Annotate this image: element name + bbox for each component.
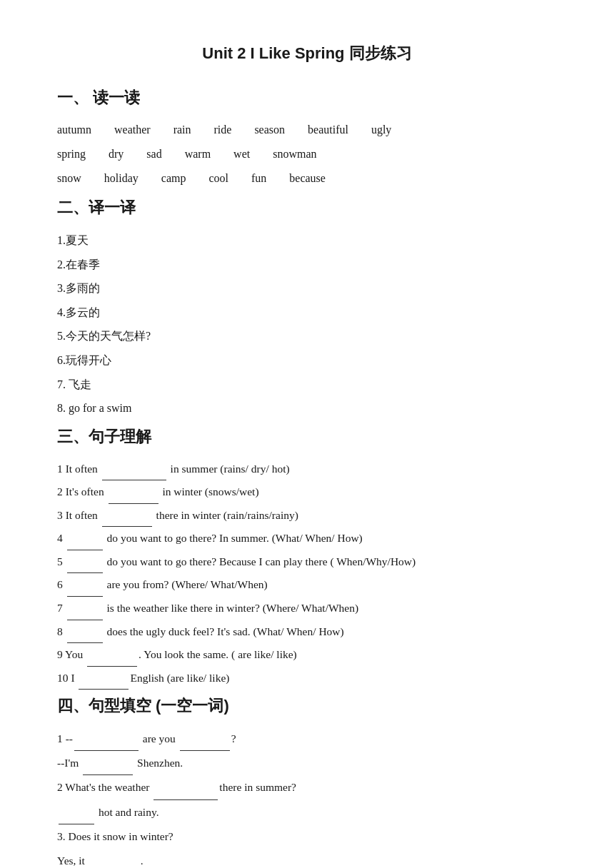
- word-because: because: [289, 167, 326, 190]
- translation-4: 4.多云的: [57, 301, 557, 325]
- word-dry: dry: [109, 143, 124, 166]
- blank-s10: [79, 677, 129, 690]
- section-4-heading: 四、句型填空 (一空一词): [57, 695, 557, 717]
- translation-list: 1.夏天 2.在春季 3.多雨的 4.多云的 5.今天的天气怎样? 6.玩得开心…: [57, 228, 557, 420]
- blank-f1a: [74, 738, 139, 751]
- translation-3: 3.多雨的: [57, 276, 557, 301]
- fill-4: hot and rainy.: [57, 800, 557, 824]
- sentence-9: 9 You . You look the same. ( are like/ l…: [57, 643, 557, 667]
- word-list: autumn weather rain ride season beautifu…: [57, 118, 557, 190]
- word-warm: warm: [185, 143, 211, 166]
- sentence-4: 4 do you want to go there? In summer. (W…: [57, 527, 557, 550]
- blank-f4: [59, 812, 94, 824]
- word-weather: weather: [114, 118, 151, 141]
- translation-8: 8. go for a swim: [57, 396, 557, 420]
- blank-s7: [67, 607, 103, 620]
- word-autumn: autumn: [57, 118, 91, 141]
- fill-list: 1 -- are you ? --I'm Shenzhen. 2 What's …: [57, 727, 557, 868]
- word-snow: snow: [57, 167, 81, 190]
- word-holiday: holiday: [104, 167, 139, 190]
- sentence-8: 8 does the ugly duck feel? It's sad. (Wh…: [57, 620, 557, 644]
- word-snowman: snowman: [273, 143, 316, 166]
- word-ride: ride: [214, 118, 232, 141]
- sentence-3: 3 It often there in winter (rain/rains/r…: [57, 504, 557, 528]
- word-rain: rain: [173, 118, 191, 141]
- sentence-7: 7 is the weather like there in winter? (…: [57, 597, 557, 620]
- fill-3: 2 What's the weather there in summer?: [57, 775, 557, 799]
- word-camp: camp: [161, 167, 186, 190]
- section-4: 四、句型填空 (一空一词) 1 -- are you ? --I'm Shenz…: [57, 695, 557, 868]
- word-row-3: snow holiday camp cool fun because: [57, 167, 557, 190]
- blank-s9: [87, 654, 137, 667]
- translation-2: 2.在春季: [57, 253, 557, 277]
- word-sad: sad: [146, 143, 161, 166]
- section-3: 三、句子理解 1 It often in summer (rains/ dry/…: [57, 426, 557, 690]
- blank-f1b: [180, 738, 230, 751]
- sentence-1: 1 It often in summer (rains/ dry/ hot): [57, 458, 557, 481]
- blank-s3: [102, 514, 152, 527]
- blank-f2: [83, 762, 133, 775]
- section-2: 二、译一译 1.夏天 2.在春季 3.多雨的 4.多云的 5.今天的天气怎样? …: [57, 197, 557, 420]
- blank-s6: [67, 584, 103, 597]
- blank-s4: [67, 538, 103, 550]
- word-cool: cool: [208, 167, 228, 190]
- blank-f6: [89, 860, 139, 868]
- sentence-list: 1 It often in summer (rains/ dry/ hot) 2…: [57, 458, 557, 690]
- word-row-2: spring dry sad warm wet snowman: [57, 143, 557, 166]
- translation-7: 7. 飞走: [57, 373, 557, 397]
- fill-2: --I'm Shenzhen.: [57, 751, 557, 775]
- word-beautiful: beautiful: [308, 118, 348, 141]
- page-title: Unit 2 I Like Spring 同步练习: [57, 43, 557, 64]
- translation-6: 6.玩得开心: [57, 348, 557, 373]
- sentence-10: 10 I English (are like/ like): [57, 667, 557, 690]
- blank-s1: [102, 468, 166, 480]
- sentence-5: 5 do you want to go there? Because I can…: [57, 550, 557, 574]
- sentence-6: 6 are you from? (Where/ What/When): [57, 573, 557, 597]
- translation-1: 1.夏天: [57, 228, 557, 253]
- section-2-heading: 二、译一译: [57, 197, 557, 218]
- fill-5: 3. Does it snow in winter?: [57, 824, 557, 849]
- blank-s2: [109, 491, 158, 504]
- word-wet: wet: [233, 143, 250, 166]
- word-row-1: autumn weather rain ride season beautifu…: [57, 118, 557, 141]
- fill-1: 1 -- are you ?: [57, 727, 557, 751]
- blank-s5: [67, 560, 103, 573]
- word-fun: fun: [251, 167, 266, 190]
- translation-5: 5.今天的天气怎样?: [57, 324, 557, 348]
- sentence-2: 2 It's often in winter (snows/wet): [57, 480, 557, 504]
- blank-f3: [154, 787, 218, 800]
- section-3-heading: 三、句子理解: [57, 426, 557, 448]
- blank-s8: [67, 630, 103, 643]
- section-1: 一、 读一读 autumn weather rain ride season b…: [57, 87, 557, 190]
- word-ugly: ugly: [371, 118, 391, 141]
- word-season: season: [254, 118, 285, 141]
- word-spring: spring: [57, 143, 86, 166]
- section-1-heading: 一、 读一读: [57, 87, 557, 108]
- fill-6: Yes, it .: [57, 849, 557, 868]
